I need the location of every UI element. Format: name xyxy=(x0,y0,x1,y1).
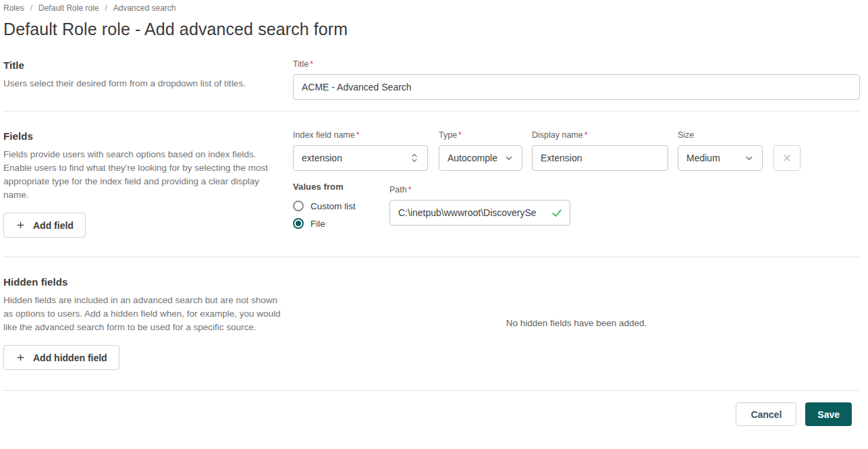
title-input[interactable] xyxy=(293,74,860,100)
footer-actions: Cancel Save xyxy=(3,391,860,437)
hidden-fields-section: Hidden fields Hidden fields are included… xyxy=(3,257,860,390)
type-select[interactable]: Autocomple xyxy=(439,145,522,171)
field-row: Index field name* extension Type* Auto xyxy=(293,130,860,171)
add-field-button[interactable]: Add field xyxy=(3,213,86,238)
path-field-group: Path* xyxy=(389,185,570,229)
index-field-group: Index field name* extension xyxy=(293,130,428,171)
cancel-button[interactable]: Cancel xyxy=(736,402,796,426)
fields-section-description: Fields provide users with search options… xyxy=(3,148,282,202)
close-icon xyxy=(781,152,793,164)
valid-check-icon xyxy=(550,206,564,219)
breadcrumb-separator: / xyxy=(30,3,32,13)
breadcrumb: Roles / Default Role role / Advanced sea… xyxy=(3,2,860,13)
radio-icon[interactable] xyxy=(293,201,304,211)
breadcrumb-item-roles[interactable]: Roles xyxy=(3,3,24,13)
required-asterisk: * xyxy=(585,130,588,140)
add-hidden-field-button[interactable]: Add hidden field xyxy=(3,345,119,370)
breadcrumb-item-advanced-search[interactable]: Advanced search xyxy=(113,3,176,13)
hidden-fields-description: Hidden fields are included in an advance… xyxy=(3,294,282,334)
size-field-label: Size xyxy=(678,130,763,140)
values-from-option-file[interactable]: File xyxy=(293,218,389,229)
title-section-form: Title* xyxy=(293,59,860,100)
hidden-fields-heading: Hidden fields xyxy=(3,276,282,288)
chevron-down-icon xyxy=(503,152,515,164)
size-value: Medium xyxy=(686,153,720,163)
display-name-input[interactable] xyxy=(532,145,668,171)
title-section-description: Users select their desired form from a d… xyxy=(3,77,282,90)
size-field-group: Size Medium xyxy=(678,130,763,171)
title-section: Title Users select their desired form fr… xyxy=(3,39,860,111)
path-input-wrap xyxy=(389,200,570,226)
radio-label: Custom list xyxy=(310,201,356,211)
required-asterisk: * xyxy=(458,130,462,140)
index-field-value: extension xyxy=(302,153,342,163)
size-select[interactable]: Medium xyxy=(678,145,763,171)
type-field-group: Type* Autocomple xyxy=(439,130,522,171)
page-container: Roles / Default Role role / Advanced sea… xyxy=(0,0,868,437)
page-title: Default Role role - Add advanced search … xyxy=(3,20,860,39)
plus-icon xyxy=(16,352,26,363)
title-field-label: Title* xyxy=(293,59,860,69)
save-button[interactable]: Save xyxy=(805,402,852,426)
type-field-label: Type* xyxy=(439,130,522,140)
plus-icon xyxy=(16,220,26,230)
fields-section-form: Index field name* extension Type* Auto xyxy=(293,130,860,238)
required-asterisk: * xyxy=(310,59,313,69)
hidden-fields-info: Hidden fields Hidden fields are included… xyxy=(3,276,293,370)
breadcrumb-item-default-role[interactable]: Default Role role xyxy=(38,3,99,13)
title-section-info: Title Users select their desired form fr… xyxy=(3,59,293,100)
title-section-heading: Title xyxy=(3,59,282,71)
fields-section: Fields Fields provide users with search … xyxy=(3,111,860,257)
hidden-fields-empty-state: No hidden fields have been added. xyxy=(293,276,860,370)
index-field-combobox[interactable]: extension xyxy=(293,145,428,171)
path-input[interactable] xyxy=(389,200,570,226)
radio-label: File xyxy=(310,219,325,229)
chevron-down-icon xyxy=(743,152,755,164)
fields-section-heading: Fields xyxy=(3,130,282,142)
unfold-more-icon xyxy=(408,152,421,164)
type-value: Autocomple xyxy=(447,153,497,163)
path-field-label: Path* xyxy=(389,185,570,194)
remove-field-button[interactable] xyxy=(774,145,801,171)
breadcrumb-separator: / xyxy=(105,3,107,13)
empty-state-text: No hidden fields have been added. xyxy=(506,318,647,328)
display-name-group: Display name* xyxy=(532,130,668,171)
radio-icon[interactable] xyxy=(293,218,304,229)
values-from-option-custom-list[interactable]: Custom list xyxy=(293,201,389,211)
values-from-group: Values from Custom list File xyxy=(293,182,389,229)
index-field-label: Index field name* xyxy=(293,130,428,140)
required-asterisk: * xyxy=(356,130,360,140)
values-from-label: Values from xyxy=(293,182,389,192)
required-asterisk: * xyxy=(408,185,412,194)
fields-section-info: Fields Fields provide users with search … xyxy=(3,130,293,238)
display-name-label: Display name* xyxy=(532,130,668,140)
values-from-row: Values from Custom list File Path* xyxy=(293,182,860,229)
